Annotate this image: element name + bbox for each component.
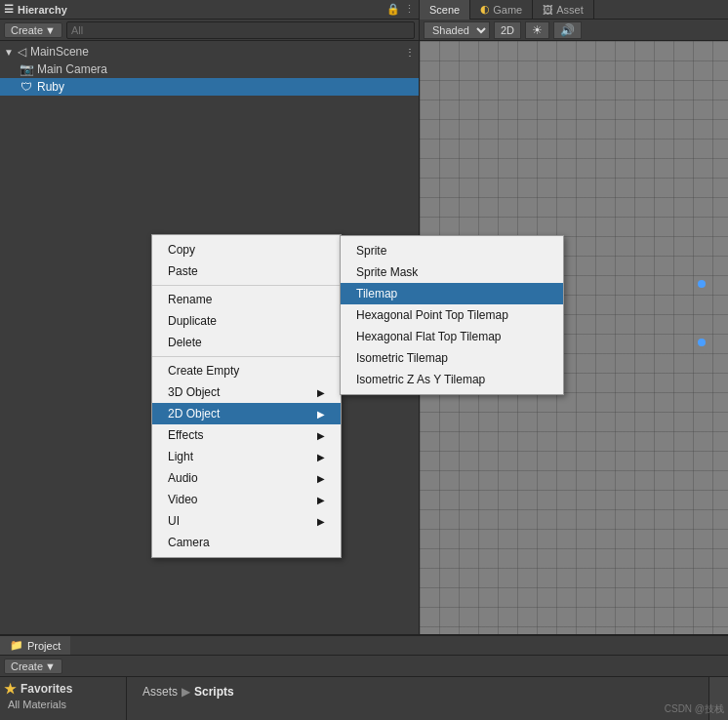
submenu-isometric-z-label: Isometric Z As Y Tilemap [356, 373, 485, 386]
project-create-dropdown-icon: ▼ [45, 660, 56, 672]
submenu-item-sprite-mask[interactable]: Sprite Mask [341, 261, 563, 283]
hierarchy-title-label: Hierarchy [18, 4, 67, 16]
submenu-hex-flat-top-label: Hexagonal Flat Top Tilemap [356, 330, 502, 343]
create-label: Create [11, 24, 43, 36]
submenu-item-isometric[interactable]: Isometric Tilemap [341, 347, 563, 369]
handle-dot-bottom [698, 339, 706, 346]
star-icon: ★ [4, 681, 17, 697]
menu-icon: ⋮ [404, 3, 415, 16]
submenu-sprite-mask-label: Sprite Mask [356, 265, 418, 279]
menu-arrow-2d: ▶ [317, 409, 325, 420]
shield-icon: 🛡 [20, 80, 33, 94]
submenu-item-hex-flat-top[interactable]: Hexagonal Flat Top Tilemap [341, 326, 563, 347]
audio-button[interactable]: 🔊 [553, 21, 582, 39]
project-tabs: 📁 Project [0, 636, 728, 656]
menu-separator-1 [152, 285, 341, 286]
menu-item-create-empty[interactable]: Create Empty [152, 360, 341, 381]
tab-scene[interactable]: Scene [420, 0, 470, 20]
menu-separator-2 [152, 356, 341, 357]
menu-item-rename-label: Rename [168, 293, 212, 306]
hierarchy-toolbar: Create ▼ [0, 20, 419, 41]
menu-item-delete[interactable]: Delete [152, 332, 341, 353]
scene-tabs-row: Scene ◐ Game 🖼 Asset [420, 0, 728, 20]
tree-item-main-camera[interactable]: 📷 Main Camera [0, 60, 419, 78]
hierarchy-title: ☰ Hierarchy [4, 3, 67, 16]
context-menu: Copy Paste Rename Duplicate Delete Creat… [151, 234, 342, 558]
menu-item-camera-label: Camera [168, 536, 210, 549]
submenu-hex-point-top-label: Hexagonal Point Top Tilemap [356, 308, 508, 322]
lighting-button[interactable]: ☀ [525, 21, 549, 39]
tree-item-ruby[interactable]: 🛡 Ruby [0, 78, 419, 96]
favorites-header: ★ Favorites [4, 681, 122, 697]
menu-item-paste[interactable]: Paste [152, 260, 341, 282]
hierarchy-icon: ☰ [4, 3, 14, 16]
menu-item-rename[interactable]: Rename [152, 289, 341, 310]
menu-item-ui-label: UI [168, 514, 180, 528]
submenu-item-hex-point-top[interactable]: Hexagonal Point Top Tilemap [341, 304, 563, 326]
menu-arrow-audio: ▶ [317, 473, 325, 484]
project-content: ★ Favorites All Materials Assets ▶ Scrip… [0, 677, 728, 720]
menu-item-delete-label: Delete [168, 336, 202, 349]
submenu-item-isometric-z[interactable]: Isometric Z As Y Tilemap [341, 369, 563, 390]
menu-item-3d-object[interactable]: 3D Object ▶ [152, 381, 341, 403]
hierarchy-header: ☰ Hierarchy 🔒 ⋮ [0, 0, 419, 20]
project-tab-label: Project [27, 640, 61, 652]
scene-name: MainScene [30, 45, 89, 59]
watermark: CSDN @技栈 [665, 702, 724, 716]
menu-item-duplicate-label: Duplicate [168, 314, 217, 328]
submenu-item-sprite[interactable]: Sprite [341, 240, 563, 261]
2d-mode-button[interactable]: 2D [494, 21, 521, 39]
game-icon: ◐ [480, 3, 490, 16]
tab-game[interactable]: ◐ Game [470, 0, 533, 20]
menu-item-video[interactable]: Video ▶ [152, 489, 341, 510]
menu-item-2d-object[interactable]: 2D Object ▶ [152, 403, 341, 424]
scene-toolbar: Shaded 2D ☀ 🔊 [420, 20, 728, 41]
project-folder-icon: 📁 [10, 639, 23, 652]
assets-breadcrumb: Assets ▶ Scripts [135, 681, 701, 702]
menu-item-duplicate[interactable]: Duplicate [152, 310, 341, 332]
hierarchy-search-input[interactable] [66, 21, 415, 39]
triangle-icon: ▼ [4, 47, 14, 58]
scene-root[interactable]: ▼ ◁ MainScene ⋮ [0, 43, 419, 60]
tree-item-label: Main Camera [37, 62, 107, 76]
asset-icon: 🖼 [543, 4, 553, 16]
shaded-select[interactable]: Shaded [424, 21, 490, 39]
handle-dot-top [698, 280, 706, 288]
hierarchy-create-button[interactable]: Create ▼ [4, 22, 62, 38]
project-create-button[interactable]: Create ▼ [4, 659, 62, 674]
menu-item-copy[interactable]: Copy [152, 239, 341, 260]
menu-item-light[interactable]: Light ▶ [152, 446, 341, 467]
project-create-label: Create [11, 660, 43, 672]
submenu-tilemap-label: Tilemap [356, 287, 397, 300]
submenu-item-tilemap[interactable]: Tilemap [341, 283, 563, 304]
menu-item-2d-label: 2D Object [168, 407, 220, 420]
menu-item-light-label: Light [168, 450, 193, 463]
submenu-isometric-label: Isometric Tilemap [356, 351, 448, 365]
favorites-all-materials[interactable]: All Materials [4, 697, 122, 712]
submenu-sprite-label: Sprite [356, 244, 386, 258]
menu-item-effects-label: Effects [168, 428, 203, 442]
menu-item-ui[interactable]: UI ▶ [152, 510, 341, 532]
menu-arrow-light: ▶ [317, 452, 325, 462]
menu-arrow-effects: ▶ [317, 430, 325, 441]
tab-project[interactable]: 📁 Project [0, 636, 70, 655]
tab-scene-label: Scene [429, 4, 460, 16]
menu-item-camera[interactable]: Camera [152, 532, 341, 553]
scene-menu-icon: ⋮ [405, 47, 415, 58]
tree-item-label: Ruby [37, 80, 64, 94]
assets-area: Assets ▶ Scripts [127, 677, 708, 720]
favorites-section: ★ Favorites All Materials [0, 677, 127, 720]
all-materials-label: All Materials [8, 699, 66, 710]
breadcrumb-assets[interactable]: Assets [142, 685, 178, 699]
submenu-2d-object: Sprite Sprite Mask Tilemap Hexagonal Poi… [340, 235, 564, 395]
tab-asset[interactable]: 🖼 Asset [533, 0, 594, 20]
camera-icon: 📷 [20, 62, 33, 76]
menu-arrow-3d: ▶ [317, 387, 325, 398]
menu-item-audio[interactable]: Audio ▶ [152, 467, 341, 489]
menu-item-effects[interactable]: Effects ▶ [152, 424, 341, 446]
hierarchy-header-icons: 🔒 ⋮ [386, 3, 415, 16]
menu-arrow-video: ▶ [317, 495, 325, 505]
menu-item-paste-label: Paste [168, 264, 198, 278]
project-panel: 📁 Project Create ▼ ★ Favorites All Mater… [0, 634, 728, 720]
favorites-label: Favorites [20, 682, 72, 696]
